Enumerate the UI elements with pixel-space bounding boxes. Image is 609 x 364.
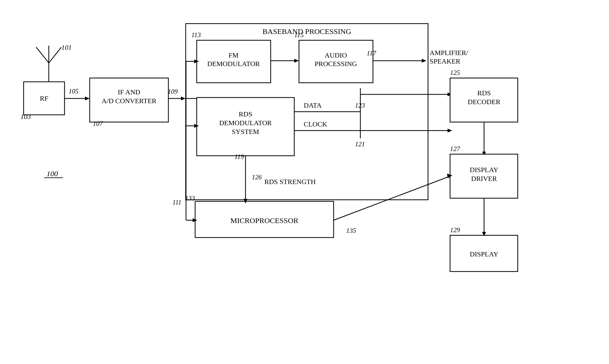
arrowhead-clock-rdsdec: [448, 129, 452, 132]
arrowhead-fmdemod-audio: [294, 59, 299, 63]
arrow-micro-dispdrv: [334, 176, 450, 220]
ref-119: 119: [234, 153, 244, 160]
amp-speaker-label2: SPEAKER: [430, 57, 460, 65]
antenna-symbol: 101: [36, 43, 72, 82]
display-driver-label2: DRIVER: [471, 175, 497, 182]
rds-demod-label1: RDS: [239, 110, 252, 118]
rf-label: RF: [40, 94, 48, 102]
audio-proc-label1: AUDIO: [325, 51, 347, 59]
rds-demod-label3: SYSTEM: [232, 128, 259, 136]
amp-speaker-label1: AMPLIFIER/: [430, 49, 468, 57]
arrowhead-ifadc-baseband: [181, 97, 186, 100]
audio-proc-label2: PROCESSING: [315, 60, 357, 68]
ref-133: 133: [185, 194, 195, 202]
rds-decoder-label1: RDS: [477, 89, 491, 97]
ref-125: 125: [450, 69, 460, 76]
svg-line-2: [49, 47, 61, 63]
ref-115: 115: [294, 31, 304, 39]
ref-126: 126: [252, 173, 262, 181]
if-adc-label1: IF AND: [118, 88, 140, 96]
rds-decoder-label2: DECODER: [468, 98, 500, 106]
ref-107: 107: [93, 120, 103, 127]
ref-127: 127: [450, 145, 460, 153]
ref-113: 113: [191, 31, 201, 39]
clock-label: CLOCK: [304, 120, 327, 128]
arrowhead-rf-ifadc: [85, 97, 90, 100]
ref-105: 105: [69, 87, 79, 95]
ref-109: 109: [168, 88, 178, 95]
ref-117: 117: [367, 49, 376, 57]
display-label: DISPLAY: [470, 250, 499, 258]
rds-strength-label: RDS STRENGTH: [264, 178, 316, 186]
ref-103: 103: [20, 113, 31, 120]
ref-101: 101: [61, 43, 72, 51]
ref-111: 111: [172, 199, 181, 206]
microprocessor-label: MICROPROCESSOR: [230, 216, 298, 225]
if-adc-label2: A/D CONVERTER: [102, 97, 156, 105]
display-driver-label1: DISPLAY: [470, 166, 499, 174]
ref-100: 100: [47, 170, 58, 178]
arrowhead-audio-amp: [422, 59, 426, 63]
diagram-container: 101 RF 103 105 IF AND A/D CONVERTER 107 …: [0, 0, 609, 364]
fm-demod-label2: DEMODULATOR: [207, 60, 260, 68]
ref-121: 121: [355, 140, 365, 148]
fm-demod-label1: FM: [228, 51, 239, 59]
rds-demod-label2: DEMODULATOR: [219, 119, 272, 127]
ref-135: 135: [346, 227, 356, 234]
data-label: DATA: [304, 101, 322, 109]
ref-129: 129: [450, 226, 460, 234]
svg-line-1: [36, 47, 49, 63]
baseband-label: BASEBAND PROCESSING: [262, 27, 351, 36]
